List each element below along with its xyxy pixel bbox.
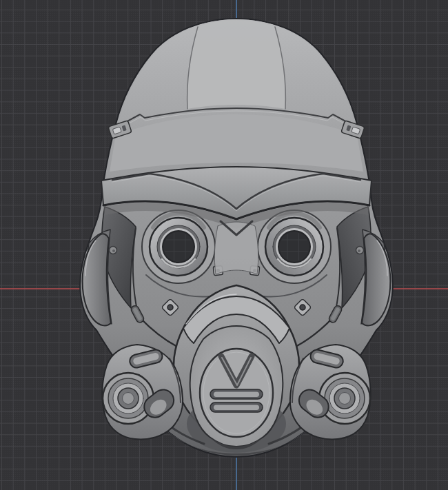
left-eye-lens xyxy=(142,210,215,283)
model-render: gas-mask-helmet xyxy=(0,0,448,490)
nose-bridge xyxy=(214,221,258,274)
helmet-dome xyxy=(110,19,363,172)
side-indent xyxy=(110,247,117,254)
viewport-canvas[interactable]: gas-mask-helmet xyxy=(0,0,448,490)
eye-hole xyxy=(163,232,194,262)
helmet-model[interactable] xyxy=(80,19,393,457)
canister-face xyxy=(103,373,154,424)
